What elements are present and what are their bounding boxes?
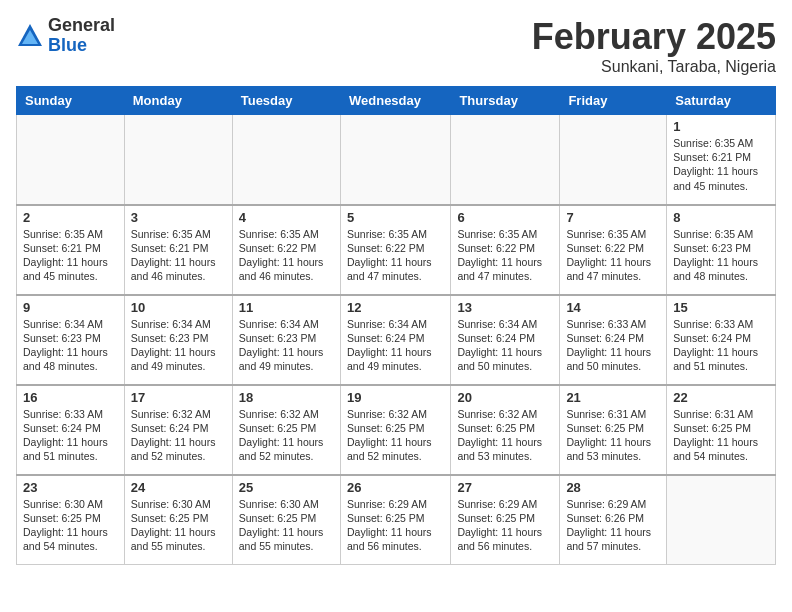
calendar-cell <box>17 115 125 205</box>
calendar-cell <box>340 115 450 205</box>
calendar-cell: 9Sunrise: 6:34 AM Sunset: 6:23 PM Daylig… <box>17 295 125 385</box>
calendar-cell: 11Sunrise: 6:34 AM Sunset: 6:23 PM Dayli… <box>232 295 340 385</box>
calendar-cell: 21Sunrise: 6:31 AM Sunset: 6:25 PM Dayli… <box>560 385 667 475</box>
day-info: Sunrise: 6:33 AM Sunset: 6:24 PM Dayligh… <box>566 317 660 374</box>
calendar-cell: 13Sunrise: 6:34 AM Sunset: 6:24 PM Dayli… <box>451 295 560 385</box>
day-number: 10 <box>131 300 226 315</box>
calendar-cell <box>667 475 776 565</box>
col-header-thursday: Thursday <box>451 87 560 115</box>
calendar-cell: 2Sunrise: 6:35 AM Sunset: 6:21 PM Daylig… <box>17 205 125 295</box>
calendar-header-row: SundayMondayTuesdayWednesdayThursdayFrid… <box>17 87 776 115</box>
calendar-cell: 1Sunrise: 6:35 AM Sunset: 6:21 PM Daylig… <box>667 115 776 205</box>
day-number: 21 <box>566 390 660 405</box>
calendar-cell: 8Sunrise: 6:35 AM Sunset: 6:23 PM Daylig… <box>667 205 776 295</box>
col-header-monday: Monday <box>124 87 232 115</box>
calendar-week-row: 1Sunrise: 6:35 AM Sunset: 6:21 PM Daylig… <box>17 115 776 205</box>
day-number: 23 <box>23 480 118 495</box>
day-number: 7 <box>566 210 660 225</box>
day-number: 8 <box>673 210 769 225</box>
day-info: Sunrise: 6:34 AM Sunset: 6:24 PM Dayligh… <box>347 317 444 374</box>
calendar-cell: 17Sunrise: 6:32 AM Sunset: 6:24 PM Dayli… <box>124 385 232 475</box>
day-number: 1 <box>673 119 769 134</box>
day-number: 9 <box>23 300 118 315</box>
calendar-cell: 16Sunrise: 6:33 AM Sunset: 6:24 PM Dayli… <box>17 385 125 475</box>
day-number: 14 <box>566 300 660 315</box>
day-info: Sunrise: 6:35 AM Sunset: 6:22 PM Dayligh… <box>457 227 553 284</box>
day-number: 28 <box>566 480 660 495</box>
day-info: Sunrise: 6:34 AM Sunset: 6:24 PM Dayligh… <box>457 317 553 374</box>
calendar-cell: 4Sunrise: 6:35 AM Sunset: 6:22 PM Daylig… <box>232 205 340 295</box>
day-info: Sunrise: 6:35 AM Sunset: 6:23 PM Dayligh… <box>673 227 769 284</box>
day-info: Sunrise: 6:35 AM Sunset: 6:22 PM Dayligh… <box>347 227 444 284</box>
day-number: 4 <box>239 210 334 225</box>
calendar-week-row: 23Sunrise: 6:30 AM Sunset: 6:25 PM Dayli… <box>17 475 776 565</box>
day-info: Sunrise: 6:30 AM Sunset: 6:25 PM Dayligh… <box>131 497 226 554</box>
calendar-cell: 27Sunrise: 6:29 AM Sunset: 6:25 PM Dayli… <box>451 475 560 565</box>
day-info: Sunrise: 6:34 AM Sunset: 6:23 PM Dayligh… <box>23 317 118 374</box>
day-info: Sunrise: 6:35 AM Sunset: 6:21 PM Dayligh… <box>131 227 226 284</box>
day-number: 6 <box>457 210 553 225</box>
page-header: General Blue February 2025 Sunkani, Tara… <box>16 16 776 76</box>
day-number: 19 <box>347 390 444 405</box>
calendar-week-row: 2Sunrise: 6:35 AM Sunset: 6:21 PM Daylig… <box>17 205 776 295</box>
calendar-cell: 28Sunrise: 6:29 AM Sunset: 6:26 PM Dayli… <box>560 475 667 565</box>
day-info: Sunrise: 6:32 AM Sunset: 6:25 PM Dayligh… <box>239 407 334 464</box>
calendar-week-row: 9Sunrise: 6:34 AM Sunset: 6:23 PM Daylig… <box>17 295 776 385</box>
col-header-wednesday: Wednesday <box>340 87 450 115</box>
calendar-cell <box>560 115 667 205</box>
day-info: Sunrise: 6:35 AM Sunset: 6:21 PM Dayligh… <box>673 136 769 193</box>
day-info: Sunrise: 6:35 AM Sunset: 6:22 PM Dayligh… <box>239 227 334 284</box>
calendar-cell: 18Sunrise: 6:32 AM Sunset: 6:25 PM Dayli… <box>232 385 340 475</box>
day-number: 13 <box>457 300 553 315</box>
day-info: Sunrise: 6:33 AM Sunset: 6:24 PM Dayligh… <box>23 407 118 464</box>
calendar-cell: 23Sunrise: 6:30 AM Sunset: 6:25 PM Dayli… <box>17 475 125 565</box>
day-info: Sunrise: 6:35 AM Sunset: 6:21 PM Dayligh… <box>23 227 118 284</box>
day-info: Sunrise: 6:34 AM Sunset: 6:23 PM Dayligh… <box>239 317 334 374</box>
day-info: Sunrise: 6:32 AM Sunset: 6:24 PM Dayligh… <box>131 407 226 464</box>
calendar-cell: 26Sunrise: 6:29 AM Sunset: 6:25 PM Dayli… <box>340 475 450 565</box>
calendar-week-row: 16Sunrise: 6:33 AM Sunset: 6:24 PM Dayli… <box>17 385 776 475</box>
col-header-friday: Friday <box>560 87 667 115</box>
col-header-tuesday: Tuesday <box>232 87 340 115</box>
calendar-cell: 5Sunrise: 6:35 AM Sunset: 6:22 PM Daylig… <box>340 205 450 295</box>
logo-general-text: General <box>48 16 115 36</box>
title-block: February 2025 Sunkani, Taraba, Nigeria <box>532 16 776 76</box>
day-info: Sunrise: 6:30 AM Sunset: 6:25 PM Dayligh… <box>239 497 334 554</box>
day-info: Sunrise: 6:33 AM Sunset: 6:24 PM Dayligh… <box>673 317 769 374</box>
day-number: 11 <box>239 300 334 315</box>
day-number: 2 <box>23 210 118 225</box>
calendar-cell: 19Sunrise: 6:32 AM Sunset: 6:25 PM Dayli… <box>340 385 450 475</box>
day-info: Sunrise: 6:34 AM Sunset: 6:23 PM Dayligh… <box>131 317 226 374</box>
calendar-cell <box>232 115 340 205</box>
day-info: Sunrise: 6:29 AM Sunset: 6:25 PM Dayligh… <box>457 497 553 554</box>
day-info: Sunrise: 6:35 AM Sunset: 6:22 PM Dayligh… <box>566 227 660 284</box>
day-info: Sunrise: 6:31 AM Sunset: 6:25 PM Dayligh… <box>673 407 769 464</box>
day-info: Sunrise: 6:31 AM Sunset: 6:25 PM Dayligh… <box>566 407 660 464</box>
calendar-cell: 14Sunrise: 6:33 AM Sunset: 6:24 PM Dayli… <box>560 295 667 385</box>
day-number: 22 <box>673 390 769 405</box>
day-info: Sunrise: 6:30 AM Sunset: 6:25 PM Dayligh… <box>23 497 118 554</box>
day-info: Sunrise: 6:29 AM Sunset: 6:26 PM Dayligh… <box>566 497 660 554</box>
day-number: 15 <box>673 300 769 315</box>
calendar-cell: 3Sunrise: 6:35 AM Sunset: 6:21 PM Daylig… <box>124 205 232 295</box>
calendar-cell <box>451 115 560 205</box>
col-header-sunday: Sunday <box>17 87 125 115</box>
day-number: 17 <box>131 390 226 405</box>
day-number: 25 <box>239 480 334 495</box>
location-text: Sunkani, Taraba, Nigeria <box>532 58 776 76</box>
calendar-cell <box>124 115 232 205</box>
calendar-cell: 15Sunrise: 6:33 AM Sunset: 6:24 PM Dayli… <box>667 295 776 385</box>
logo: General Blue <box>16 16 115 56</box>
day-number: 3 <box>131 210 226 225</box>
day-number: 24 <box>131 480 226 495</box>
day-number: 12 <box>347 300 444 315</box>
calendar-table: SundayMondayTuesdayWednesdayThursdayFrid… <box>16 86 776 565</box>
day-number: 26 <box>347 480 444 495</box>
day-number: 27 <box>457 480 553 495</box>
day-info: Sunrise: 6:32 AM Sunset: 6:25 PM Dayligh… <box>457 407 553 464</box>
calendar-cell: 10Sunrise: 6:34 AM Sunset: 6:23 PM Dayli… <box>124 295 232 385</box>
logo-icon <box>16 22 44 50</box>
calendar-cell: 20Sunrise: 6:32 AM Sunset: 6:25 PM Dayli… <box>451 385 560 475</box>
day-number: 20 <box>457 390 553 405</box>
day-number: 18 <box>239 390 334 405</box>
